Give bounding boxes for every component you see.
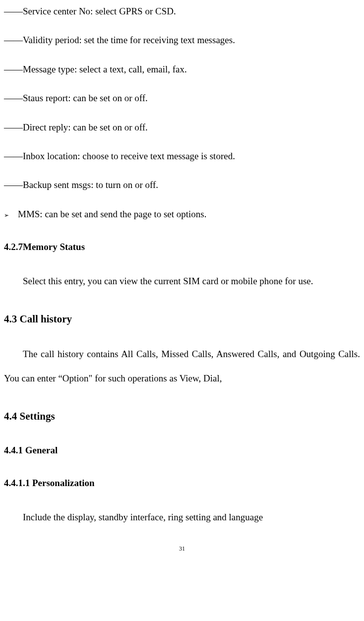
heading-memory-status: 4.2.7Memory Status xyxy=(4,240,360,254)
list-item-mms: ➢ MMS: can be set and send the page to s… xyxy=(4,207,360,222)
paragraph-call-history: The call history contains All Calls, Mis… xyxy=(4,342,360,391)
list-item-service-center: ——Service center No: select GPRS or CSD. xyxy=(4,4,360,19)
heading-settings: 4.4 Settings xyxy=(4,408,360,425)
list-item-validity: ——Validity period: set the time for rece… xyxy=(4,33,360,48)
list-item-direct-reply: ——Direct reply: can be set on or off. xyxy=(4,120,360,135)
heading-personalization: 4.4.1.1 Personalization xyxy=(4,476,360,491)
paragraph-memory-status: Select this entry, you can view the curr… xyxy=(4,269,360,293)
list-item-status-report: ——Staus report: can be set on or off. xyxy=(4,91,360,106)
list-item-backup-sent: ——Backup sent msgs: to turn on or off. xyxy=(4,178,360,192)
paragraph-personalization: Include the display, standby interface, … xyxy=(4,505,360,529)
bullet-icon: ➢ xyxy=(4,211,18,220)
heading-call-history: 4.3 Call history xyxy=(4,311,360,328)
page-number: 31 xyxy=(4,544,360,554)
list-item-message-type: ——Message type: select a text, call, ema… xyxy=(4,62,360,77)
list-item-mms-text: MMS: can be set and send the page to set… xyxy=(18,207,206,222)
list-item-inbox-location: ——Inbox location: choose to receive text… xyxy=(4,149,360,164)
heading-general: 4.4.1 General xyxy=(4,443,360,458)
